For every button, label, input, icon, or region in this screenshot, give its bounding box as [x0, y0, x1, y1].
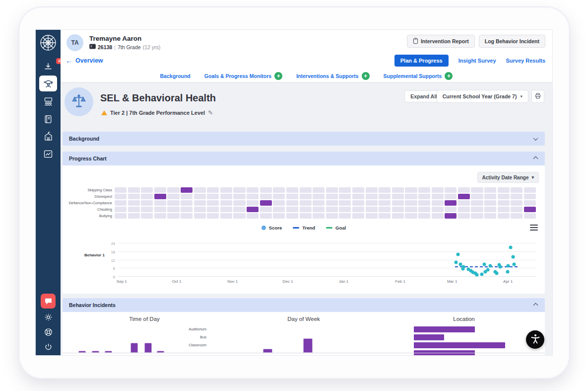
heatmap-cell: [220, 200, 232, 206]
heatmap-cell: [128, 187, 140, 193]
activity-date-range-button[interactable]: Activity Date Range ▾: [477, 172, 539, 183]
inbox-download-icon: 24: [43, 62, 53, 72]
caret-down-icon: ▾: [531, 175, 534, 180]
accessibility-person-icon: [529, 333, 541, 347]
gridline: [118, 260, 536, 260]
heatmap-cell: [194, 200, 206, 206]
back-to-overview-link[interactable]: ← Overview: [65, 57, 103, 65]
sidebar-item-school[interactable]: [36, 131, 61, 142]
heatmap-cell: [458, 207, 470, 212]
sidebar-item-classroom[interactable]: [36, 96, 61, 107]
heatmap-cell: [233, 207, 245, 212]
dow-bars: [239, 327, 378, 353]
add-supplemental-icon[interactable]: +: [445, 72, 453, 80]
sidebar-item-analytics[interactable]: [36, 149, 61, 159]
nav-background[interactable]: Background: [160, 73, 191, 79]
heatmap-cell: [432, 213, 444, 219]
heatmap-cell: [405, 187, 417, 193]
incident-bar: [131, 343, 138, 353]
tab-insight-survey[interactable]: Insight Survey: [458, 58, 496, 64]
section-progress-chart[interactable]: Progress Chart: [63, 152, 545, 165]
nav-goals-progress-monitors[interactable]: Goals & Progress Monitors +: [204, 72, 282, 80]
heatmap-cell: [233, 187, 245, 193]
heatmap-cell: [154, 187, 166, 193]
heatmap-cell: [418, 194, 430, 199]
book-icon: [43, 114, 53, 124]
student-grade: 7th Grade: [118, 44, 141, 50]
location-label: Classroom: [138, 343, 206, 347]
heatmap-cell: [445, 213, 457, 219]
location-label: Bus: [138, 335, 206, 339]
student-name: Tremayne Aaron: [89, 35, 141, 42]
heatmap-row: [115, 194, 536, 199]
print-button[interactable]: [531, 90, 544, 103]
heatmap-cell: [260, 200, 272, 206]
section-behavior-incidents[interactable]: Behavior Incidents: [63, 298, 545, 312]
logo-icon: [39, 34, 57, 52]
heatmap-cell: [339, 194, 351, 199]
heatmap-cell: [207, 194, 219, 199]
heatmap-cell: [366, 213, 378, 219]
heatmap-cell: [352, 200, 364, 206]
gridline: [118, 243, 536, 243]
heatmap-cell: [458, 194, 470, 199]
warning-triangle-icon: [101, 110, 107, 115]
legend-trend-marker: [293, 227, 299, 229]
balance-scale-icon: [71, 93, 87, 111]
x-tick-label: Oct 1: [172, 279, 181, 284]
add-intervention-icon[interactable]: +: [362, 72, 370, 80]
heatmap-cell: [300, 200, 312, 206]
axis-baseline: [63, 353, 545, 353]
sidebar-item-settings[interactable]: [36, 313, 61, 322]
tier-label: Tier 2 | 7th Grade Performance Level: [110, 110, 205, 116]
app-screen: 24: [36, 30, 552, 355]
location-bar: [414, 342, 505, 348]
heatmap-cell: [128, 194, 140, 199]
heatmap-cell: [286, 207, 298, 212]
heatmap-cell: [379, 187, 391, 193]
heatmap-cell: [458, 213, 470, 219]
sidebar-item-logout[interactable]: [36, 342, 61, 352]
section-jump-nav: Background Goals & Progress Monitors + I…: [61, 70, 552, 82]
heatmap-row: [115, 213, 536, 219]
sidebar-item-support[interactable]: [36, 327, 61, 337]
heatmap-cell: [524, 194, 536, 199]
legend-label: Trend: [302, 225, 315, 231]
scatter-plot: 06121824Sep 1Oct 1Nov 1Dec 1Jan 1Feb 1Ma…: [118, 243, 536, 277]
heatmap-cell: [233, 194, 245, 199]
heatmap-cell: [181, 213, 193, 219]
nav-supplemental-supports[interactable]: Supplemental Supports +: [384, 72, 453, 80]
chart-menu-icon[interactable]: [530, 225, 538, 231]
heatmap-cell: [352, 207, 364, 212]
add-goal-icon[interactable]: +: [274, 72, 282, 80]
chevron-down-icon: [533, 136, 538, 141]
heatmap-cell: [432, 200, 444, 206]
tab-plan-progress[interactable]: Plan & Progress: [394, 55, 449, 67]
log-behavior-incident-button[interactable]: Log Behavior Incident: [479, 35, 545, 48]
school-year-dropdown[interactable]: Current School Year (Grade 7) ▾: [437, 90, 528, 103]
heatmap-cell: [260, 187, 272, 193]
sidebar: 24: [36, 30, 61, 355]
tab-survey-results[interactable]: Survey Results: [506, 58, 545, 64]
heatmap-cell: [300, 194, 312, 199]
heatmap-cell: [432, 207, 444, 212]
score-point: [511, 255, 515, 259]
section-background[interactable]: Background: [63, 132, 545, 146]
nav-interventions-supports[interactable]: Interventions & Supports +: [296, 72, 369, 80]
sidebar-item-notifications[interactable]: 24: [36, 62, 61, 72]
sidebar-item-student-profile[interactable]: [36, 76, 61, 91]
chart-legend: ScoreTrendGoal: [63, 225, 545, 231]
heatmap-cell: [167, 200, 179, 206]
app-logo[interactable]: [36, 34, 61, 52]
heatmap-cell: [167, 194, 179, 199]
sidebar-item-courses[interactable]: [36, 114, 61, 124]
heatmap-cell: [115, 187, 127, 193]
intervention-report-button[interactable]: Intervention Report: [407, 35, 475, 48]
heatmap-cell: [326, 207, 338, 212]
heatmap-cell: [498, 187, 510, 193]
edit-pencil-icon[interactable]: ✎: [208, 109, 213, 116]
accessibility-button[interactable]: [526, 330, 544, 349]
heatmap-cell: [432, 187, 444, 193]
heatmap-cell: [405, 213, 417, 219]
sidebar-item-chat[interactable]: [36, 294, 61, 309]
